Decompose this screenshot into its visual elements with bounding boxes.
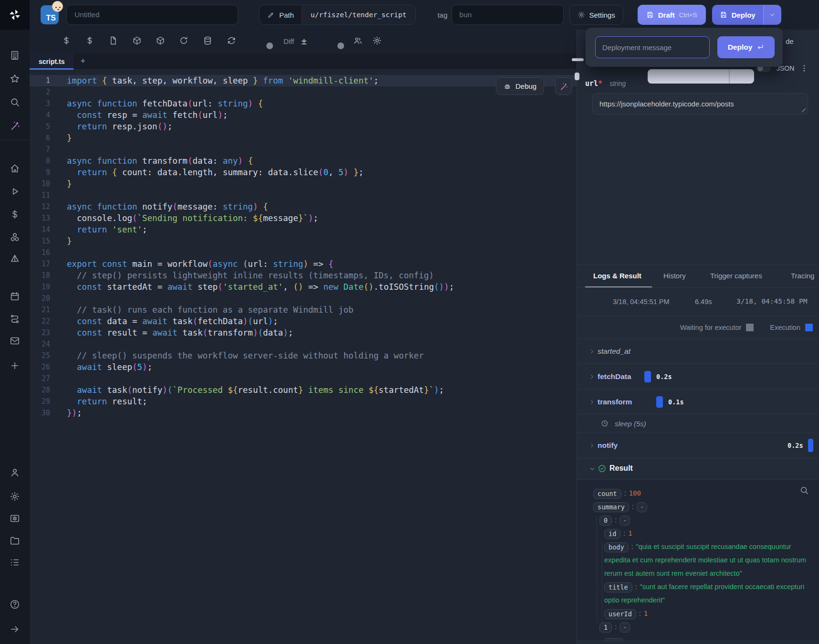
success-check-icon [598,464,607,473]
code-editor[interactable]: 1import { task, step, workflow, sleep } … [30,70,577,644]
box-icon [156,36,165,45]
building-icon [10,50,20,61]
json-collapsed-pill[interactable]: - [637,502,647,512]
timeline-end: 3/18, 04:45:58 PM [736,297,807,305]
toolbar-dollar-button[interactable] [62,36,71,47]
sidebar-item-home[interactable] [10,163,20,174]
draft-button[interactable]: Draft Ctrl+S [638,5,706,25]
sidebar-item-cubes[interactable] [10,232,20,243]
tag-input[interactable] [452,5,564,25]
sidebar-item-play[interactable] [10,186,20,197]
toolbar-box-button[interactable] [156,36,165,47]
tab-history[interactable]: History [663,272,686,280]
result-row[interactable]: Result [577,458,819,480]
sidebar-item-gear[interactable] [10,491,20,502]
sidebar-item-building[interactable] [10,50,20,61]
execution-bar [808,439,813,452]
debug-button[interactable]: Debug [496,77,544,95]
database-icon [203,36,212,45]
url-input[interactable] [592,93,808,115]
json-key-pill[interactable]: title [604,582,632,592]
script-title-input[interactable] [66,5,238,25]
timeline-row-transform[interactable]: transform0.1s [577,390,819,414]
sidebar-item-arrow-right[interactable] [10,624,20,634]
toolbar-refresh-button[interactable] [227,36,236,47]
cycle-icon [179,36,189,45]
json-key-pill[interactable]: count [593,489,621,499]
new-tab-button[interactable]: + [74,53,92,69]
toolbar-box-button[interactable] [132,36,142,47]
sidebar-item-calendar[interactable] [10,291,20,302]
editor-settings-button[interactable] [372,36,382,47]
plus-minus-icon[interactable]: ± [302,36,306,46]
bun-runtime-badge [52,1,63,12]
code-line-28: 28 await task(notify)(`Processed ${resul… [30,384,577,396]
sidebar-item-list[interactable] [10,557,20,568]
home-icon [10,163,20,174]
sidebar-item-star[interactable] [10,74,20,84]
json-colon: : [635,583,637,591]
deploy-button[interactable]: Deploy [712,5,763,25]
result-json-viewer: count:100summary:-0:-id:1body:"quia et s… [577,480,819,641]
json-key-pill[interactable]: 0 [599,516,612,526]
toolbar-dollar-button[interactable] [85,36,94,47]
app-logo[interactable] [0,0,30,30]
sidebar-item-wand[interactable] [10,120,20,131]
json-collapsed-pill[interactable]: - [620,623,630,633]
scrollbar-thumb[interactable] [575,73,579,80]
kebab-menu-icon[interactable] [800,64,808,73]
toolbar-file-button[interactable] [108,36,118,47]
json-key-pill[interactable]: summary [593,502,629,512]
json-key-pill[interactable]: body [604,542,629,552]
gear-icon [578,11,585,19]
toolbar-cycle-button[interactable] [179,36,189,47]
json-collapsed-pill[interactable]: - [620,516,630,526]
json-key-pill[interactable]: id [604,529,620,539]
sidebar-item-worker[interactable] [10,513,20,524]
timeline-row-sleep-5s-[interactable]: sleep (5s) [577,414,819,433]
popup-deploy-button[interactable]: Deploy [717,36,775,58]
sidebar-item-search[interactable] [10,97,20,107]
panel-resize-handle[interactable] [572,58,584,61]
arrow-right-icon [10,624,20,634]
magic-wand-icon [559,82,568,91]
sidebar-item-folder[interactable] [10,535,20,546]
help-icon [10,599,20,610]
multiplayer-button[interactable] [353,36,363,47]
search-icon [10,97,20,107]
sidebar-item-help[interactable] [10,599,20,610]
json-key-pill[interactable]: 1 [599,623,612,633]
tab-script-ts[interactable]: script.ts [30,53,74,69]
timeline-row-started-at[interactable]: started_at [577,339,819,364]
run-test-button[interactable] [648,69,754,84]
timeline-row-notify[interactable]: notify0.2s [577,433,819,458]
enter-key-icon [756,43,764,51]
sidebar-item-dollar[interactable] [10,209,20,220]
deployment-message-input[interactable] [595,36,710,58]
sidebar-item-pyramid[interactable] [10,254,20,264]
tab-logs-result[interactable]: Logs & Result [593,272,641,280]
url-field-type: string [609,80,626,87]
path-group[interactable]: Path u/rfiszel/tender_script [259,5,416,25]
legend-swatch [746,324,754,331]
tab-tracing[interactable]: Tracing [791,272,814,280]
sidebar-item-mail[interactable] [10,336,20,346]
json-string-value: "sunt aut facere repellat provident occa… [604,583,804,604]
ai-assistant-button[interactable] [555,77,572,95]
sidebar-item-route[interactable] [10,314,20,324]
deploy-dropdown-button[interactable] [763,5,781,25]
sidebar-item-plus[interactable] [10,360,20,371]
sidebar-item-person[interactable] [10,467,20,478]
code-line-7: 7 [30,144,577,155]
code-line-18: 18 // step() persists lightweight inline… [30,270,577,281]
json-key-pill[interactable] [604,638,623,641]
diff-stat[interactable]: ± [302,36,306,47]
step-duration: 0.2s [656,373,672,380]
execution-bar [644,371,651,382]
json-key-pill[interactable]: userId [604,609,636,619]
timeline-row-fetchData[interactable]: fetchData0.2s [577,364,819,390]
toolbar-database-button[interactable] [203,36,212,47]
settings-button[interactable]: Settings [569,5,623,25]
tab-trigger-captures[interactable]: Trigger captures [710,272,762,280]
search-json-icon[interactable] [799,486,809,495]
